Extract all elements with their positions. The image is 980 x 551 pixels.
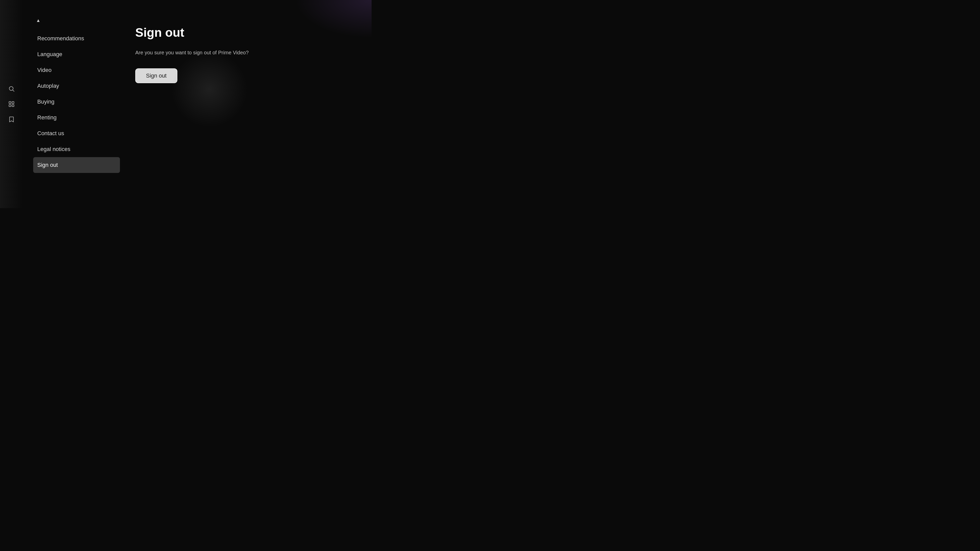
menu-item-renting[interactable]: Renting [33,110,120,125]
menu-item-autoplay[interactable]: Autoplay [33,78,120,94]
sign-out-button[interactable]: Sign out [135,68,177,83]
menu-item-sign-out[interactable]: Sign out [33,157,120,173]
menu-item-language[interactable]: Language [33,46,120,62]
svg-rect-2 [9,102,11,103]
bookmark-icon[interactable] [8,116,15,123]
svg-point-0 [9,86,13,90]
svg-rect-4 [9,105,11,106]
right-panel: Sign out Are you sure you want to sign o… [120,0,372,208]
grid-icon[interactable] [8,100,15,108]
main-content: ▲ Recommendations Language Video Autopla… [23,0,372,208]
svg-rect-3 [12,102,14,103]
search-icon[interactable] [8,85,15,93]
menu-up-arrow[interactable]: ▲ [33,15,43,25]
menu-item-legal-notices[interactable]: Legal notices [33,141,120,157]
dialog-title: Sign out [135,25,356,40]
svg-rect-5 [12,105,14,106]
menu-item-contact-us[interactable]: Contact us [33,125,120,141]
menu-item-recommendations[interactable]: Recommendations [33,30,120,46]
dialog-subtitle: Are you sure you want to sign out of Pri… [135,50,356,56]
menu-item-buying[interactable]: Buying [33,94,120,110]
left-panel: ▲ Recommendations Language Video Autopla… [23,0,120,208]
svg-line-1 [13,90,14,92]
sidebar [0,0,23,208]
menu-item-video[interactable]: Video [33,62,120,78]
